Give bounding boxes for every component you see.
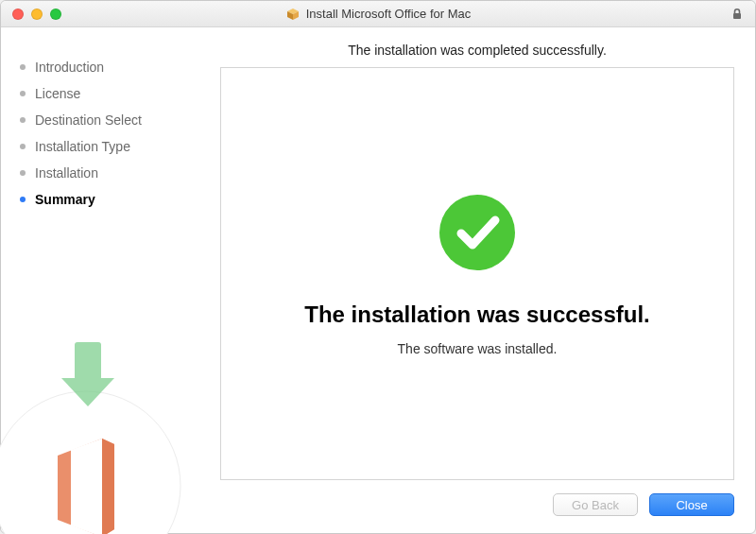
svg-rect-5 xyxy=(75,342,101,380)
step-label: License xyxy=(35,86,80,101)
page-header: The installation was completed successfu… xyxy=(220,43,734,58)
step-installation: Installation xyxy=(20,160,220,186)
sidebar: Introduction License Destination Select … xyxy=(1,27,220,533)
step-license: License xyxy=(20,80,220,107)
bullet-icon xyxy=(20,91,26,96)
close-window-button[interactable] xyxy=(12,9,24,20)
svg-rect-3 xyxy=(733,13,741,19)
package-icon xyxy=(285,7,301,22)
svg-marker-6 xyxy=(61,378,114,406)
svg-marker-2 xyxy=(293,11,299,20)
bullet-icon xyxy=(20,144,26,149)
close-button[interactable]: Close xyxy=(649,493,734,516)
success-check-icon xyxy=(437,192,518,277)
step-summary: Summary xyxy=(20,186,220,213)
step-introduction: Introduction xyxy=(20,54,220,80)
go-back-button: Go Back xyxy=(553,493,638,516)
svg-point-4 xyxy=(0,391,180,534)
zoom-window-button[interactable] xyxy=(50,9,61,20)
summary-panel: The installation was successful. The sof… xyxy=(220,67,734,480)
success-subtext: The software was installed. xyxy=(398,341,558,356)
bullet-icon xyxy=(20,197,26,202)
svg-marker-0 xyxy=(287,9,299,14)
titlebar: Install Microsoft Office for Mac xyxy=(1,1,755,27)
svg-point-7 xyxy=(439,195,515,270)
bullet-icon xyxy=(20,117,26,123)
svg-marker-1 xyxy=(287,11,293,20)
lock-icon[interactable] xyxy=(730,8,744,21)
bullet-icon xyxy=(20,64,26,70)
step-label: Introduction xyxy=(35,60,104,75)
window-controls xyxy=(12,9,61,20)
bullet-icon xyxy=(20,170,26,176)
minimize-window-button[interactable] xyxy=(31,9,43,20)
step-label: Destination Select xyxy=(35,112,142,128)
titlebar-center: Install Microsoft Office for Mac xyxy=(1,7,755,22)
content: Introduction License Destination Select … xyxy=(1,27,755,533)
sidebar-background-art xyxy=(0,325,209,534)
step-label: Installation xyxy=(35,165,98,181)
installer-window: Install Microsoft Office for Mac Introdu… xyxy=(0,0,756,534)
footer-buttons: Go Back Close xyxy=(220,480,734,516)
step-destination-select: Destination Select xyxy=(20,107,220,133)
steps-list: Introduction License Destination Select … xyxy=(20,54,220,213)
step-label: Summary xyxy=(35,192,95,207)
step-installation-type: Installation Type xyxy=(20,133,220,160)
success-heading: The installation was successful. xyxy=(304,301,649,328)
step-label: Installation Type xyxy=(35,139,130,154)
main-area: The installation was completed successfu… xyxy=(220,27,755,533)
window-title: Install Microsoft Office for Mac xyxy=(306,7,472,21)
